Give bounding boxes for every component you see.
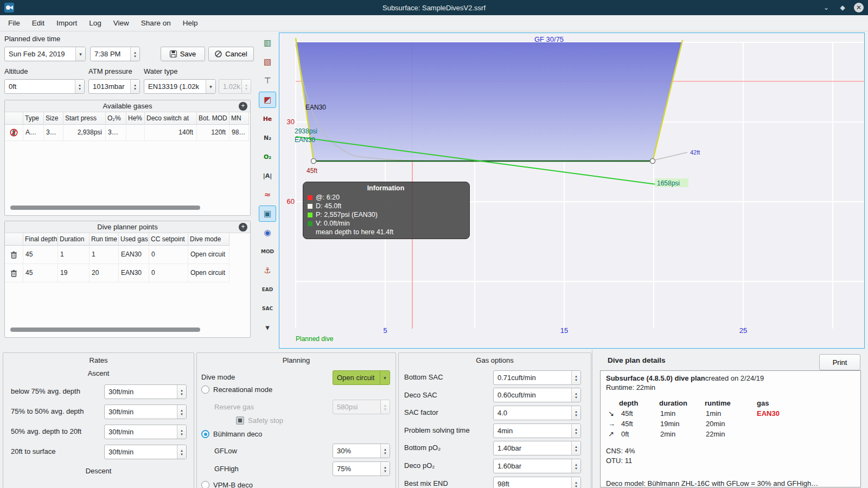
points-col-mode[interactable]: Dive mode	[188, 233, 229, 246]
points-col-icon[interactable]	[5, 233, 23, 246]
point-runtime-cell[interactable]: 1	[90, 246, 119, 264]
panel-splitter[interactable]	[592, 350, 592, 488]
recreational-mode-radio[interactable]: Recreational mode	[201, 386, 272, 394]
spinner-arrows[interactable]: ▴▾	[571, 424, 580, 438]
spinner-arrows[interactable]: ▴▾	[177, 445, 186, 459]
point-depth-cell[interactable]: 45	[23, 264, 58, 282]
spinner-arrows[interactable]: ▴▾	[177, 405, 186, 419]
ascent-rate-75-spinner[interactable]: 30ft/min▴▾	[104, 384, 187, 399]
pp-o2-toggle-button[interactable]: O₂	[259, 149, 276, 165]
setpoint-toggle-button[interactable]: ⊤	[259, 73, 276, 89]
points-hscrollbar[interactable]	[10, 328, 200, 332]
gas-botmod-cell[interactable]: 120ft	[197, 125, 229, 141]
mod-toggle-button[interactable]: MOD	[259, 243, 276, 260]
menu-share-on[interactable]: Share on	[135, 17, 177, 29]
gas-mnd-cell[interactable]: 98…	[229, 125, 249, 141]
ascent-rate-20ft-spinner[interactable]: 30ft/min▴▾	[104, 425, 187, 439]
dive-time-spinner[interactable]: 7:38 PM ▴▾	[90, 47, 140, 61]
gases-col-he[interactable]: He%	[126, 112, 145, 125]
ascent-rate-surface-spinner[interactable]: 30ft/min▴▾	[104, 445, 187, 459]
point-setpoint-cell[interactable]: 0	[149, 264, 188, 282]
pp-he-toggle-button[interactable]: He	[259, 111, 276, 127]
dive-point-handle[interactable]	[650, 159, 655, 164]
spinner-arrows[interactable]: ▴▾	[380, 444, 390, 458]
spinner-arrows[interactable]: ▴▾	[380, 462, 390, 476]
menu-help[interactable]: Help	[177, 17, 204, 29]
dive-date-combo[interactable]: Sun Feb 24, 2019 ▾	[4, 47, 86, 61]
gas-o2-cell[interactable]: 3…	[106, 125, 126, 141]
point-mode-cell[interactable]: Open circuit	[188, 264, 229, 282]
menu-import[interactable]: Import	[50, 17, 83, 29]
dive-point-handle[interactable]	[311, 159, 316, 164]
deco-sac-spinner[interactable]: 0.60cuft/min▴▾	[493, 388, 581, 402]
spinner-arrows[interactable]: ▴▾	[571, 388, 580, 402]
toolbar-scroll-down-button[interactable]: ▾	[259, 319, 276, 336]
sac-factor-spinner[interactable]: 4.0▴▾	[493, 406, 581, 420]
spinner-arrows[interactable]: ▴▾	[571, 477, 580, 488]
spinner-arrows[interactable]: ▴▾	[571, 459, 580, 473]
trash-icon[interactable]	[5, 246, 23, 264]
gfhigh-spinner[interactable]: 75%▴▾	[333, 461, 390, 476]
spinner-arrows[interactable]: ▴▾	[177, 385, 186, 399]
points-col-setpoint[interactable]: CC setpoint	[149, 233, 188, 246]
pp-graph-toggle-button[interactable]: ▥	[259, 35, 276, 51]
keep-above-icon[interactable]: ◆	[838, 3, 847, 12]
photos-toggle-button[interactable]: ▣	[259, 206, 276, 222]
menu-view[interactable]: View	[107, 17, 135, 29]
gases-col-startpress[interactable]: Start press	[63, 112, 106, 125]
gas-he-cell[interactable]	[126, 125, 145, 141]
add-point-button[interactable]: +	[239, 223, 247, 232]
heart-rate-toggle-button[interactable]: ≈	[259, 187, 276, 203]
close-window-button[interactable]: ✕	[854, 3, 864, 12]
points-col-depth[interactable]: Final depth	[23, 233, 58, 246]
menu-file[interactable]: File	[2, 17, 26, 29]
point-gas-cell[interactable]: EAN30	[119, 264, 149, 282]
point-runtime-cell[interactable]: 20	[90, 264, 119, 282]
gases-hscrollbar[interactable]	[10, 206, 200, 210]
add-gas-button[interactable]: +	[239, 102, 247, 111]
bottom-po2-spinner[interactable]: 1.40bar▴▾	[493, 441, 581, 455]
gas-type-cell[interactable]: A…	[23, 125, 44, 141]
gas-size-cell[interactable]: 3…	[44, 125, 63, 141]
buhlmann-deco-radio[interactable]: Bühlmann deco	[201, 430, 262, 438]
bottom-sac-spinner[interactable]: 0.71cuft/min▴▾	[493, 370, 581, 385]
ascent-rate-50-spinner[interactable]: 30ft/min▴▾	[104, 404, 187, 419]
best-mix-end-spinner[interactable]: 98ft▴▾	[493, 477, 581, 488]
water-type-combo[interactable]: EN13319 (1.02k ▾	[144, 79, 216, 94]
print-button[interactable]: Print	[819, 354, 860, 370]
pp-n2-toggle-button[interactable]: N₂	[259, 130, 276, 146]
problem-time-spinner[interactable]: 4min▴▾	[493, 423, 581, 438]
point-gas-cell[interactable]: EAN30	[119, 246, 149, 264]
deco-po2-spinner[interactable]: 1.60bar▴▾	[493, 459, 581, 473]
spinner-arrows[interactable]: ▴▾	[130, 47, 139, 61]
points-col-runtime[interactable]: Run time	[90, 233, 119, 246]
spinner-arrows[interactable]: ▴▾	[571, 406, 580, 420]
spinner-arrows[interactable]: ▴▾	[130, 80, 139, 93]
gas-density-toggle-button[interactable]: ◉	[259, 224, 276, 241]
ead-toggle-button[interactable]: EAD	[259, 281, 276, 298]
cancel-button[interactable]: Cancel	[208, 47, 254, 61]
gases-col-size[interactable]: Size	[44, 112, 63, 125]
gas-decoswitch-cell[interactable]: 140ft	[145, 125, 197, 141]
gases-col-icon[interactable]	[5, 112, 23, 125]
gases-col-type[interactable]: Type	[23, 112, 44, 125]
gases-col-decoswitch[interactable]: Deco switch at	[145, 112, 197, 125]
vpmb-deco-radio[interactable]: VPM-B deco	[201, 481, 253, 488]
point-duration-cell[interactable]: 1	[58, 246, 90, 264]
dive-mode-combo[interactable]: Open circuit ▾	[333, 370, 390, 385]
gas-startpress-cell[interactable]: 2,938psi	[63, 125, 106, 141]
diver-toggle-button[interactable]: ⚓	[259, 262, 276, 279]
dc-data-toggle-button[interactable]: ▧	[259, 54, 276, 70]
tissues-toggle-button[interactable]: |A|	[259, 168, 276, 184]
point-duration-cell[interactable]: 19	[58, 264, 90, 282]
save-button[interactable]: Save	[161, 47, 205, 61]
spinner-arrows[interactable]: ▴▾	[571, 371, 580, 384]
spinner-arrows[interactable]: ▴▾	[571, 441, 580, 455]
sac-toggle-button[interactable]: SAC	[259, 300, 276, 317]
points-col-gas[interactable]: Used gas	[119, 233, 149, 246]
delete-cylinder-icon[interactable]	[5, 125, 23, 141]
menu-log[interactable]: Log	[83, 17, 107, 29]
gases-col-o2[interactable]: O₂%	[106, 112, 126, 125]
spinner-arrows[interactable]: ▴▾	[177, 425, 186, 439]
altitude-spinner[interactable]: 0ft ▴▾	[4, 79, 85, 94]
